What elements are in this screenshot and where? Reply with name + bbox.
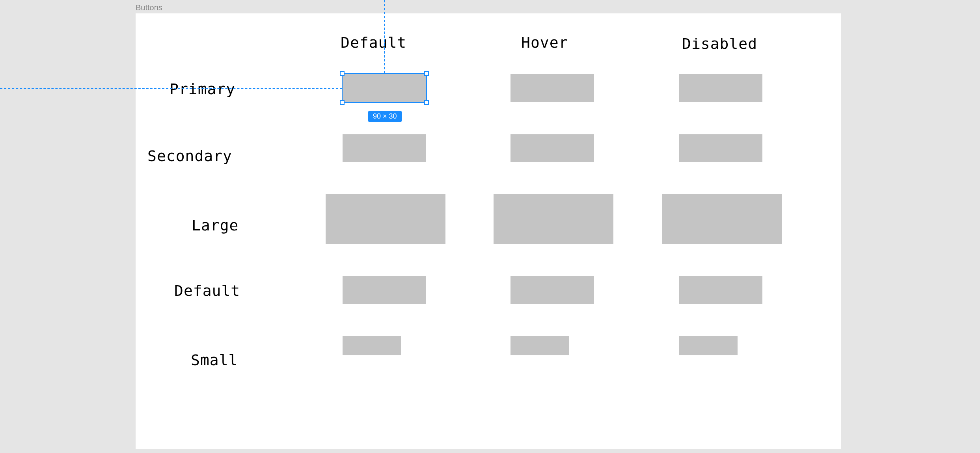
swatch-large-hover[interactable] [494,194,613,244]
row-label-small: Small [191,351,238,369]
swatch-secondary-hover[interactable] [510,134,594,162]
row-label-secondary: Secondary [147,147,232,165]
swatch-small-disabled[interactable] [679,336,738,355]
swatch-secondary-default[interactable] [343,134,426,162]
swatch-large-disabled[interactable] [662,194,782,244]
row-label-primary: Primary [170,80,235,98]
column-header-disabled: Disabled [682,35,757,52]
row-label-large: Large [192,217,238,234]
column-header-default: Default [341,34,406,51]
swatch-secondary-disabled[interactable] [679,134,762,162]
swatch-primary-hover[interactable] [510,74,594,102]
swatch-primary-default[interactable] [343,74,426,102]
swatch-large-default[interactable] [326,194,445,244]
selection-size-badge: 90 × 30 [368,111,402,122]
row-label-default: Default [174,282,240,299]
swatch-default-hover[interactable] [510,276,594,304]
swatch-small-default[interactable] [343,336,401,355]
frame-buttons[interactable]: Default Hover Disabled Primary Secondary… [136,13,841,449]
swatch-small-hover[interactable] [510,336,569,355]
column-header-hover: Hover [521,34,568,51]
swatch-default-default[interactable] [343,276,426,304]
frame-label: Buttons [136,3,162,12]
swatch-primary-disabled[interactable] [679,74,762,102]
swatch-default-disabled[interactable] [679,276,762,304]
